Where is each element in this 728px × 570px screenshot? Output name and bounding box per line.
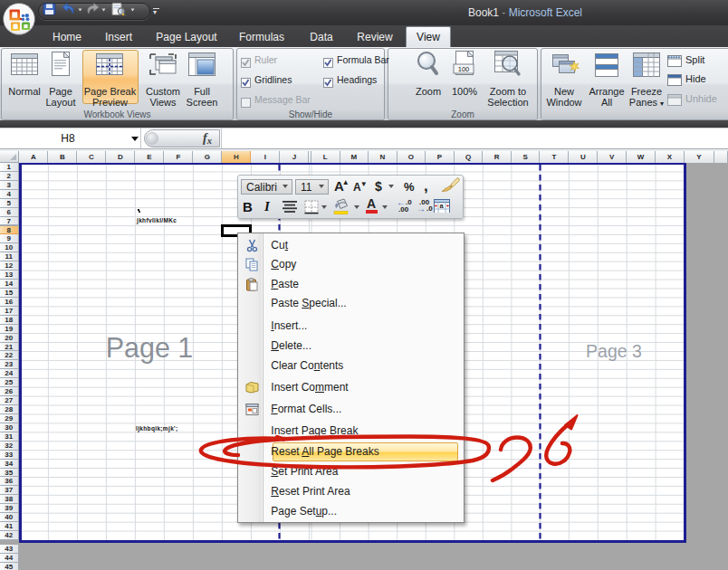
svg-text:.00: .00 [398,205,409,213]
svg-text:100: 100 [458,65,470,73]
svg-text:→: → [417,204,426,213]
svg-text:.0: .0 [426,204,433,212]
